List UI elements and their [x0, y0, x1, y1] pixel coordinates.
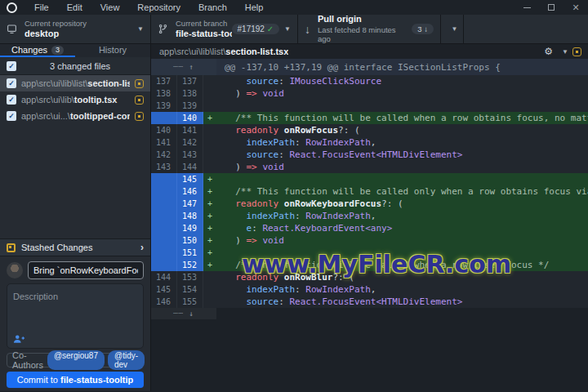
pull-origin-subtitle: Last fetched 8 minutes ago [318, 25, 408, 45]
current-branch-button[interactable]: Current branch file-status-too... #17192… [151, 15, 298, 43]
modified-status-icon [135, 79, 144, 88]
diff-new-line-number[interactable]: 138 [177, 87, 203, 100]
toolbar: Current repository desktop ▼ Current bra… [0, 15, 588, 44]
sidebar-empty [0, 124, 150, 238]
tab-history[interactable]: History [75, 44, 150, 57]
diff-old-line-number[interactable]: 145 [151, 283, 177, 296]
diff-line-marker: + [203, 173, 216, 185]
diff-new-line-number[interactable]: 151 [177, 247, 203, 259]
diff-new-line-number[interactable]: 142 [177, 136, 203, 149]
diff-new-line-number[interactable]: 146 [177, 185, 203, 198]
diff-row: 137137 source: IMouseClickSource [151, 75, 588, 87]
diff-old-line-number[interactable] [151, 112, 177, 124]
file-row[interactable]: ✓app\src\ui\lib\list\section-list.tsx [0, 75, 150, 91]
diff-old-line-number[interactable]: 146 [151, 296, 177, 308]
menu-file[interactable]: File [25, 0, 58, 15]
file-checkbox[interactable]: ✓ [7, 95, 16, 105]
diff-new-line-number[interactable]: 149 [177, 222, 203, 234]
diff-old-line-number[interactable]: 139 [151, 100, 177, 112]
diff-old-line-number[interactable] [151, 210, 177, 222]
pull-origin-button[interactable]: ↓ Pull origin Last fetched 8 minutes ago… [298, 15, 441, 43]
chevron-down-icon: ▼ [137, 25, 144, 33]
commit-button[interactable]: Commit to file-status-tooltip [7, 372, 144, 388]
menu-repository[interactable]: Repository [128, 0, 189, 15]
diff-line-marker: + [203, 222, 216, 234]
maximize-button[interactable] [539, 0, 564, 15]
diff-new-line-number[interactable]: 148 [177, 210, 203, 222]
select-all-checkbox[interactable]: ✓ [7, 61, 16, 71]
diff-new-line-number[interactable]: 143 [177, 149, 203, 161]
pull-origin-title: Pull origin [318, 14, 408, 25]
diff-old-line-number[interactable] [151, 234, 177, 247]
diff-old-line-number[interactable] [151, 222, 177, 234]
menu-edit[interactable]: Edit [58, 0, 91, 15]
diff-old-line-number[interactable]: 141 [151, 136, 177, 149]
diff-new-line-number[interactable]: 155 [177, 296, 203, 308]
diff-line-marker [203, 271, 216, 283]
coauthors-row[interactable]: Co-Authors @sergiou87@tidy-dev [7, 353, 144, 368]
diff-new-line-number[interactable]: 139 [177, 100, 203, 112]
diff-line-marker: + [203, 247, 216, 259]
add-coauthor-icon[interactable] [13, 334, 24, 344]
diff-old-line-number[interactable] [151, 198, 177, 210]
gear-icon[interactable]: ⚙ [544, 47, 553, 56]
commit-description-field[interactable]: Description [7, 283, 144, 349]
close-button[interactable]: ✕ [564, 0, 588, 15]
chevron-down-icon: ▼ [452, 25, 458, 33]
diff-line-code: /** This function will be called when a … [216, 112, 588, 124]
minimize-button[interactable] [514, 0, 539, 15]
diff-old-line-number[interactable] [151, 259, 177, 271]
diff-line-code: ) => void [216, 161, 588, 173]
diff-old-line-number[interactable]: 142 [151, 149, 177, 161]
window-controls: ✕ [514, 0, 588, 15]
diff-old-line-number[interactable] [151, 173, 177, 185]
diff-old-line-number[interactable]: 138 [151, 87, 177, 100]
coauthor-pill[interactable]: @sergiou87 [47, 350, 105, 370]
diff-new-line-number[interactable]: 147 [177, 198, 203, 210]
diff-row: 138138 ) => void [151, 87, 588, 100]
diff-new-line-number[interactable]: 152 [177, 259, 203, 271]
diff-new-line-number[interactable]: 150 [177, 234, 203, 247]
diff-old-line-number[interactable]: 137 [151, 75, 177, 87]
current-repository-label: Current repository [24, 19, 132, 29]
diff-old-line-number[interactable]: 140 [151, 124, 177, 136]
file-checkbox[interactable]: ✓ [7, 78, 16, 88]
expand-hunk-down-button[interactable]: ┄┄ ↓ [151, 308, 216, 319]
commit-summary-input[interactable] [28, 261, 144, 279]
menu-help[interactable]: Help [236, 0, 273, 15]
diff-new-line-number[interactable]: 140 [177, 112, 203, 124]
pr-status-badge[interactable]: #17192 ✓ [232, 24, 280, 34]
diff-old-line-number[interactable]: 144 [151, 271, 177, 283]
diff-line-marker [203, 296, 216, 308]
changed-files-list: ✓app\src\ui\lib\list\section-list.tsx✓ap… [0, 75, 150, 124]
diff-line-marker: + [203, 234, 216, 247]
chevron-down-icon[interactable]: ▼ [562, 48, 568, 56]
file-row[interactable]: ✓app\src\ui\lib\tooltip.tsx [0, 91, 150, 108]
menu-view[interactable]: View [91, 0, 129, 15]
diff-line-marker [203, 283, 216, 296]
avatar [7, 262, 23, 278]
diff-new-line-number[interactable]: 144 [177, 161, 203, 173]
diff-new-line-number[interactable]: 153 [177, 271, 203, 283]
file-row[interactable]: ✓app\src\ui...\tooltipped-content.tsx [0, 108, 150, 124]
diff-new-line-number[interactable]: 154 [177, 283, 203, 296]
menu-branch[interactable]: Branch [189, 0, 236, 15]
diff-old-line-number[interactable] [151, 247, 177, 259]
expand-hunk-up-button[interactable]: ┄┄ ↑ [151, 59, 216, 75]
diff-file-header: app\src\ui\lib\list\section-list.tsx ⚙ ▼ [151, 44, 588, 59]
diff-old-line-number[interactable] [151, 185, 177, 198]
stashed-changes-row[interactable]: Stashed Changes › [0, 238, 150, 256]
diff-new-line-number[interactable]: 145 [177, 173, 203, 185]
current-repository-button[interactable]: Current repository desktop ▼ [0, 15, 151, 43]
stash-icon [7, 243, 16, 252]
toolbar-empty [464, 15, 588, 43]
coauthor-pill[interactable]: @tidy-dev [108, 350, 145, 370]
file-checkbox[interactable]: ✓ [7, 111, 16, 121]
diff-new-line-number[interactable]: 141 [177, 124, 203, 136]
diff-old-line-number[interactable]: 143 [151, 161, 177, 173]
tab-changes[interactable]: Changes 3 [0, 44, 75, 57]
pull-dropdown-button[interactable]: ▼ [441, 15, 464, 43]
diff-new-line-number[interactable]: 137 [177, 75, 203, 87]
diff-line-marker [203, 161, 216, 173]
github-desktop-window: FileEditViewRepositoryBranchHelp ✕ Curre… [0, 0, 588, 392]
